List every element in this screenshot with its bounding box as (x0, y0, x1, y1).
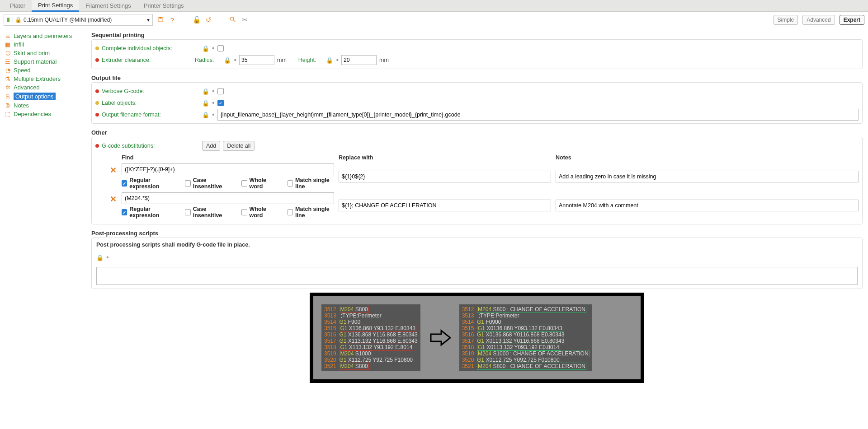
replace-input[interactable] (339, 171, 551, 182)
replace-input[interactable] (339, 200, 551, 211)
notes-input[interactable] (556, 200, 859, 211)
reset-dot-icon[interactable]: • (212, 113, 215, 117)
checkbox-whole-word[interactable] (241, 209, 247, 215)
gcode-line: 3513 ;TYPE:Perimeter (462, 312, 590, 319)
output-icon: ⎘ (5, 93, 11, 100)
lock-icon[interactable]: 🔒 (224, 57, 231, 64)
unit-mm: mm (379, 57, 389, 63)
checkbox-regex[interactable]: ✓ (122, 209, 127, 215)
col-find: Find (122, 154, 334, 161)
reset-dot-icon[interactable]: • (212, 89, 215, 93)
checkbox-whole-word[interactable] (241, 180, 247, 187)
reset-dot-icon[interactable]: • (336, 58, 339, 62)
lock-icon[interactable]: 🔒 (96, 254, 104, 261)
unlock-icon[interactable]: 🔓 (193, 16, 201, 24)
checkbox-complete-objects[interactable] (217, 45, 224, 51)
checkbox-case-insensitive[interactable] (185, 209, 190, 215)
arrow-icon (429, 329, 451, 347)
section-post-title: Post-processing scripts (91, 230, 863, 237)
gcode-line: 3518 G1 X0113.132 Y093.192 E0.8014 (462, 344, 590, 350)
undo-icon[interactable]: ↺ (204, 16, 212, 24)
gcode-line: 3515 G1 X0136.868 Y093.132 E0.80343 (462, 325, 590, 331)
post-processing-input[interactable] (96, 267, 858, 285)
speed-icon: ◔ (5, 67, 11, 74)
lock-icon[interactable]: 🔒 (202, 88, 209, 95)
section-output: Verbose G-code: 🔒 • Label objects: 🔒 • ✓… (91, 82, 863, 124)
find-input[interactable] (122, 163, 334, 175)
checkbox-single-line[interactable] (288, 209, 293, 215)
checkbox-verbose[interactable] (217, 88, 224, 94)
notes-icon: 🗎 (5, 102, 11, 109)
preset-name: 0.15mm QUALITY @MINI (modified) (24, 17, 112, 23)
sidebar-item-dependencies[interactable]: ⬚Dependencies (2, 110, 89, 118)
reset-dot-icon[interactable]: • (212, 101, 215, 105)
bullet-icon (95, 58, 99, 62)
sidebar-item-speed[interactable]: ◔Speed (2, 66, 89, 75)
tab-filament-settings[interactable]: Filament Settings (79, 0, 137, 11)
cut-icon[interactable]: ✂ (241, 16, 249, 24)
reset-dot-icon[interactable]: • (234, 58, 236, 62)
checkbox-regex[interactable]: ✓ (122, 180, 127, 187)
tab-plater[interactable]: Plater (4, 0, 32, 11)
bullet-icon (95, 113, 99, 117)
lock-icon[interactable]: 🔒 (202, 45, 209, 52)
section-other: G-code substitutions: Add Delete all Fin… (91, 137, 863, 224)
chevron-down-icon: ▾ (147, 17, 150, 23)
gcode-line: 3519 M204 S1000 (324, 350, 418, 357)
remove-substitution-button[interactable]: ✕ (109, 163, 117, 175)
reset-dot-icon[interactable]: • (212, 47, 215, 50)
sidebar-item-skirt[interactable]: ⬡Skirt and brim (2, 49, 89, 57)
search-icon[interactable] (229, 16, 237, 24)
remove-substitution-button[interactable]: ✕ (109, 192, 117, 204)
infill-icon: ▦ (5, 41, 11, 48)
section-post: Post processing scripts shall modify G-c… (91, 238, 863, 289)
notes-input[interactable] (556, 171, 859, 182)
sidebar-item-notes[interactable]: 🗎Notes (2, 101, 89, 110)
mode-expert[interactable]: Expert (840, 15, 864, 25)
gcode-line: 3517 G1 X0113.132 Y0116.868 E0.80343 (462, 338, 590, 344)
tab-print-settings[interactable]: Print Settings (32, 0, 79, 12)
label-label-objects: Label objects: (102, 100, 192, 106)
lock-icon[interactable]: 🔒 (202, 112, 209, 118)
post-processing-desc: Post processing scripts shall modify G-c… (96, 242, 858, 248)
lock-icon[interactable]: 🔒 (326, 57, 333, 64)
save-preset-icon[interactable] (156, 16, 165, 24)
input-radius[interactable] (239, 55, 274, 65)
help-icon[interactable]: ? (168, 16, 176, 24)
label-gcode-substitutions: G-code substitutions: (102, 143, 192, 149)
sidebar-item-advanced[interactable]: ✲Advanced (2, 83, 89, 92)
col-notes: Notes (556, 154, 859, 161)
col-replace: Replace with (339, 154, 551, 161)
checkbox-case-insensitive[interactable] (185, 180, 190, 187)
input-height[interactable] (341, 55, 377, 65)
gcode-line: 3514 G1 F900 (324, 319, 418, 325)
label-case-insensitive: Case insensitive (193, 206, 231, 219)
sidebar-item-support[interactable]: ☰Support material (2, 57, 89, 66)
sidebar-item-layers[interactable]: ≣Layers and perimeters (2, 32, 89, 40)
checkbox-label-objects[interactable]: ✓ (217, 100, 224, 106)
label-single-line: Match single line (295, 206, 334, 219)
advanced-icon: ✲ (5, 84, 11, 91)
preset-dropdown[interactable]: 🔒 0.15mm QUALITY @MINI (modified) ▾ (4, 14, 153, 26)
sidebar-item-multiple-extruders[interactable]: ⚗Multiple Extruders (2, 75, 89, 83)
gcode-line: 3518 G1 X113.132 Y93.192 E.8014 (324, 344, 418, 350)
reset-dot-icon[interactable]: • (106, 256, 109, 259)
toolbar: 🔒 0.15mm QUALITY @MINI (modified) ▾ ? 🔓 … (0, 12, 868, 28)
find-input[interactable] (122, 192, 334, 204)
lock-icon[interactable]: 🔒 (202, 100, 209, 107)
mode-advanced[interactable]: Advanced (802, 15, 835, 25)
bullet-icon (95, 47, 99, 50)
section-sequential-title: Sequential printing (91, 32, 863, 38)
checkbox-single-line[interactable] (288, 180, 293, 187)
mode-simple[interactable]: Simple (774, 15, 798, 25)
gcode-line: 3520 G1 X112.725 Y92.725 F10800 (324, 357, 418, 363)
gcode-line: 3512 M204 S800 (324, 306, 418, 312)
sidebar-item-infill[interactable]: ▦Infill (2, 40, 89, 49)
tab-printer-settings[interactable]: Printer Settings (137, 0, 190, 11)
add-button[interactable]: Add (202, 141, 220, 151)
input-filename-format[interactable] (217, 109, 859, 121)
delete-all-button[interactable]: Delete all (223, 141, 255, 151)
sidebar-item-output-options[interactable]: ⎘Output options (2, 92, 89, 101)
label-regex: Regular expression (129, 177, 174, 190)
content-pane: Sequential printing Complete individual … (90, 28, 868, 405)
